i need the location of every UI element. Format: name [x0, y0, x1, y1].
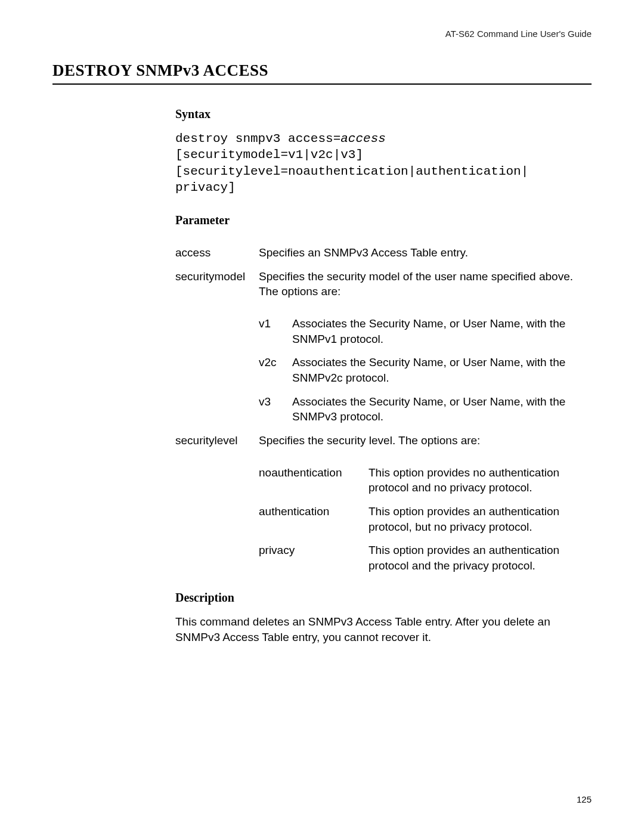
param-desc: Specifies an SNMPv3 Access Table entry. [259, 237, 592, 261]
description-text: This command deletes an SNMPv3 Access Ta… [175, 614, 592, 645]
option-desc: Associates the Security Name, or User Na… [292, 308, 592, 346]
table-row: v2c Associates the Security Name, or Use… [259, 346, 592, 385]
header-guide-title: AT-S62 Command Line User's Guide [52, 29, 592, 39]
table-row: noauthentication This option provides no… [259, 457, 592, 496]
table-row: v1 Associates the Security Name, or User… [259, 308, 592, 346]
table-row: securitymodel Specifies the security mod… [175, 261, 592, 425]
table-row: securitylevel Specifies the security lev… [175, 425, 592, 573]
table-row: authentication This option provides an a… [259, 496, 592, 534]
option-desc: Associates the Security Name, or User Na… [292, 346, 592, 385]
syntax-rest: [securitymodel=v1|v2c|v3] [securitylevel… [175, 148, 528, 194]
option-key: noauthentication [259, 457, 369, 496]
page: AT-S62 Command Line User's Guide DESTROY… [0, 0, 644, 833]
param-desc-cell: Specifies the security model of the user… [259, 261, 592, 425]
param-desc-cell: Specifies the security level. The option… [259, 425, 592, 573]
options-table: noauthentication This option provides no… [259, 457, 592, 574]
table-row: access Specifies an SNMPv3 Access Table … [175, 237, 592, 261]
option-desc: Associates the Security Name, or User Na… [292, 386, 592, 425]
table-row: privacy This option provides an authenti… [259, 534, 592, 573]
option-key: v3 [259, 386, 292, 425]
option-desc: This option provides no authentication p… [369, 457, 592, 496]
syntax-prefix: destroy snmpv3 access= [175, 132, 340, 145]
description-heading: Description [175, 590, 592, 606]
parameter-heading: Parameter [175, 212, 592, 228]
option-key: v1 [259, 308, 292, 346]
command-title: DESTROY SNMPv3 ACCESS [52, 61, 592, 85]
parameter-table: access Specifies an SNMPv3 Access Table … [175, 237, 592, 573]
syntax-arg: access [340, 132, 386, 145]
page-number: 125 [577, 794, 592, 804]
option-key: privacy [259, 534, 369, 573]
syntax-code: destroy snmpv3 access=access [securitymo… [175, 131, 592, 196]
option-key: v2c [259, 346, 292, 385]
options-table: v1 Associates the Security Name, or User… [259, 308, 592, 425]
option-desc: This option provides an authentication p… [369, 496, 592, 534]
syntax-heading: Syntax [175, 106, 592, 122]
param-desc: Specifies the security level. The option… [259, 434, 480, 447]
content-block: Syntax destroy snmpv3 access=access [sec… [175, 106, 592, 645]
table-row: v3 Associates the Security Name, or User… [259, 386, 592, 425]
option-key: authentication [259, 496, 369, 534]
param-name: access [175, 237, 259, 261]
option-desc: This option provides an authentication p… [369, 534, 592, 573]
param-name: securitylevel [175, 425, 259, 573]
param-desc: Specifies the security model of the user… [259, 270, 573, 298]
param-name: securitymodel [175, 261, 259, 425]
